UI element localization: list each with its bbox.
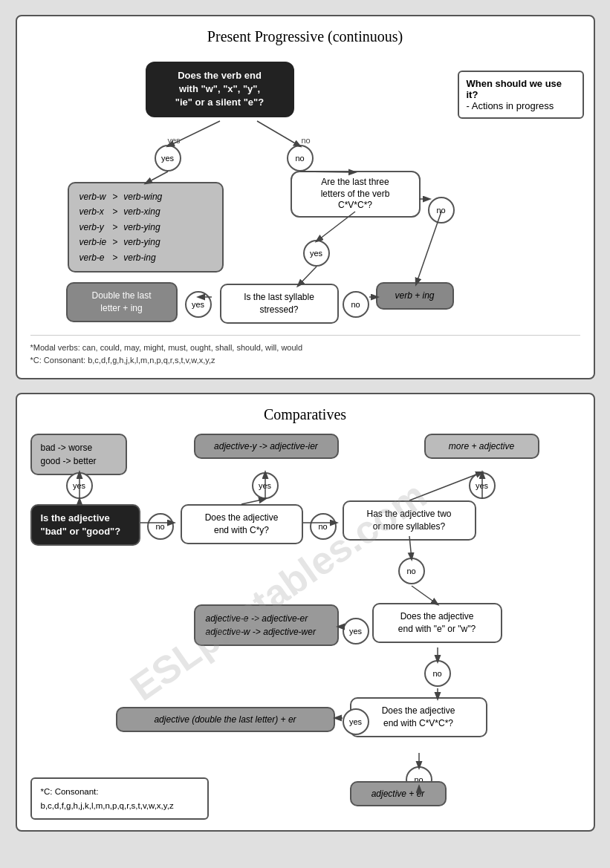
comp-yes2: yes: [252, 472, 279, 499]
pp-cvc-yes-circle: yes: [303, 240, 330, 267]
comp-no1: no: [147, 513, 174, 540]
comp-end-cvc-question: Does the adjectiveend with C*V*C*?: [350, 697, 487, 737]
pp-verb-ing: verb + ing: [376, 282, 454, 310]
pp-cvc-question: Are the last threeletters of the verbC*V…: [291, 171, 421, 218]
svg-line-19: [412, 586, 438, 604]
comp-yes4: yes: [343, 618, 369, 645]
pp-cvc-no-circle: no: [428, 197, 455, 223]
pp-notes: *Modal verbs: can, could, may, might, mu…: [30, 335, 580, 368]
pp-syllable-yes-circle: yes: [185, 291, 212, 318]
section1-box: Present Progressive (continuous) When sh…: [16, 15, 595, 379]
comp-syllables-question: Has the adjective twoor more syllables?: [343, 500, 476, 541]
comp-is-bad-question: Is the adjective"bad" or "good"?: [30, 504, 140, 546]
section2-box: Comparatives ESLprintables.com bad -> wo…: [16, 393, 595, 832]
pp-side-info-title: When should we use it?: [467, 78, 575, 100]
pp-flowchart: When should we use it? - Actions in prog…: [30, 56, 580, 368]
comp-end-cy-question: Does the adjectiveend with C*y?: [181, 504, 303, 544]
pp-no-circle: no: [287, 145, 314, 172]
pp-yes-circle: yes: [155, 145, 181, 172]
pp-no-label: no: [302, 136, 311, 145]
svg-line-1: [257, 121, 300, 146]
comp-cvc-yes: yes: [343, 708, 369, 735]
pp-yes-label: yes: [168, 136, 181, 145]
comp-end-ew-question: Does the adjectiveend with "e" or "w"?: [372, 603, 502, 643]
comp-yes3: yes: [469, 472, 496, 499]
pp-main-question: Does the verb end with "w", "x", "y", "i…: [146, 62, 294, 117]
section2-title: Comparatives: [30, 406, 580, 423]
pp-double-box: Double the last letter + ing: [66, 282, 178, 322]
pp-side-info: When should we use it? - Actions in prog…: [458, 63, 580, 119]
pp-side-info-body: - Actions in progress: [467, 100, 575, 111]
comp-ew-no: no: [424, 660, 451, 687]
pp-verbs-table: verb-w verb-x verb-y verb-ie verb-e > > …: [68, 182, 224, 273]
comp-syllables-no: no: [398, 558, 425, 584]
pp-syllable-question: Is the last syllablestressed?: [220, 284, 339, 324]
comp-notes: *C: Consonant: b,c,d,f,g,h,j,k,l,m,n,p,q…: [30, 777, 209, 820]
comp-no2: no: [310, 513, 337, 540]
comp-yes1: yes: [66, 472, 93, 499]
comp-flowchart: bad -> worsegood -> better adjective-y -…: [30, 434, 580, 820]
comp-adj-er: adjective + er: [350, 781, 447, 806]
svg-line-15: [241, 499, 265, 504]
comp-adj-y: adjective-y -> adjective-ier: [194, 434, 339, 459]
comp-more-adj: more + adjective: [424, 434, 539, 459]
pp-syllable-no-circle: no: [343, 291, 369, 318]
comp-bad-good: bad -> worsegood -> better: [30, 434, 127, 475]
comp-double: adjective (double the last letter) + er: [116, 707, 335, 732]
section1-title: Present Progressive (continuous): [30, 28, 580, 45]
comp-adj-e: adjective-e -> adjective-eradjective-w -…: [194, 604, 339, 646]
